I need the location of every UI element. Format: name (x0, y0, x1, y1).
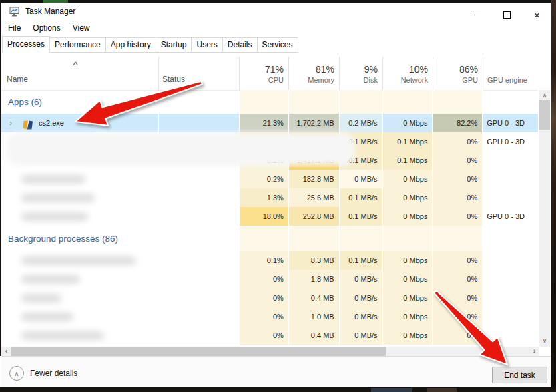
close-button[interactable]: × (522, 5, 552, 24)
process-row[interactable]: 0.1%8.3 MB0.1 MB/s0 Mbps0% (1, 251, 538, 270)
menu-item-file[interactable]: File (3, 22, 27, 35)
menu-item-options[interactable]: Options (27, 22, 67, 35)
usage-cell: 0.4 MB (289, 288, 340, 307)
usage-cell: 0 Mbps (383, 270, 433, 288)
usage-cell: 0% (433, 251, 483, 270)
window-title: Task Manager (25, 7, 75, 16)
column-header-status[interactable]: Status (162, 75, 185, 84)
status-cell (159, 170, 240, 188)
desktop: Task Manager × FileOptionsView Processes… (0, 0, 556, 392)
process-row[interactable]: 0.2%182.8 MB0 MB/s0 Mbps0% (1, 170, 538, 188)
group-engine-cell (483, 226, 538, 251)
scroll-left-icon[interactable]: ‹ (1, 347, 11, 356)
maximize-button[interactable] (492, 5, 522, 24)
redacted-process-name (21, 294, 61, 303)
process-row[interactable]: 1.3%25.6 MB0.1 MB/s0 Mbps0% (1, 188, 538, 207)
usage-cell: 1.0 MB (289, 307, 340, 326)
vertical-scrollbar[interactable]: ∧ ∨ (539, 90, 550, 347)
group-heat-cell (289, 226, 340, 251)
usage-cell: 0.4 MB (289, 326, 340, 345)
titlebar: Task Manager × (1, 3, 551, 21)
process-name: cs2.exe (39, 114, 64, 132)
maximize-icon (503, 11, 511, 19)
usage-cell: 0 Mbps (383, 288, 433, 307)
gpu-engine-cell (483, 151, 538, 170)
horizontal-scrollbar[interactable]: ‹ › (1, 347, 539, 356)
tab-startup[interactable]: Startup (156, 37, 192, 53)
usage-cell: 252.8 MB (289, 207, 340, 226)
tab-users[interactable]: Users (192, 37, 222, 53)
vertical-scrollbar-thumb[interactable] (539, 100, 550, 130)
status-cell (159, 326, 240, 345)
taskbar-fragment (427, 388, 457, 392)
process-name-cell (1, 326, 159, 345)
horizontal-scrollbar-thumb[interactable] (11, 347, 386, 356)
fewer-details-toggle[interactable]: ∧ Fewer details (9, 366, 77, 381)
usage-cell: 18.0% (240, 207, 289, 226)
process-row[interactable]: 0%1.0 MB0 MB/s0 Mbps0% (1, 307, 538, 326)
usage-cell: 0 MB/s (340, 307, 383, 326)
column-header-gpu-engine[interactable]: GPU engine (483, 57, 539, 90)
usage-cell: 0 Mbps (383, 170, 433, 188)
tab-processes[interactable]: Processes (2, 36, 50, 53)
process-row[interactable]: 18.0%252.8 MB0.1 MB/s0 Mbps0%GPU 0 - 3D (1, 207, 538, 226)
task-manager-icon (9, 7, 20, 17)
column-header-network[interactable]: 10%Network (382, 57, 433, 90)
usage-cell: 0% (240, 270, 289, 288)
usage-label: GPU (462, 75, 478, 85)
process-row-cs2-exe[interactable]: ›cs2.exe21.3%1,702.2 MB0.2 MB/s0 Mbps82.… (1, 114, 538, 132)
minimize-icon (474, 15, 481, 15)
usage-label: Disk (364, 75, 378, 85)
tab-details[interactable]: Details (223, 37, 258, 53)
process-row[interactable]: 0%1.8 MB0 MB/s0 Mbps0% (1, 270, 538, 288)
desktop-edge-top (0, 0, 556, 3)
column-header-gpu[interactable]: 86%GPU (433, 57, 483, 90)
tab-app-history[interactable]: App history (106, 37, 156, 53)
usage-percent: 9% (364, 64, 378, 75)
gpu-engine-cell (483, 326, 538, 345)
group-label: Apps (6) (1, 90, 240, 114)
group-heat-cell (433, 90, 483, 114)
usage-cell: 0.1 MB/s (340, 207, 383, 226)
menu-item-view[interactable]: View (67, 22, 97, 35)
column-header-memory[interactable]: 81%Memory (288, 57, 339, 90)
status-cell (159, 114, 240, 132)
desktop-edge-right (551, 0, 556, 392)
desktop-edge-green (43, 0, 68, 3)
close-icon: × (534, 9, 540, 21)
usage-cell: 0% (433, 307, 483, 326)
usage-cell: 0% (433, 132, 483, 151)
process-name-cell (1, 170, 159, 188)
group-heat-cell (289, 90, 340, 114)
fewer-details-label: Fewer details (30, 369, 77, 378)
process-row[interactable]: 0%0.4 MB0 MB/s0 Mbps0% (1, 288, 538, 307)
gpu-engine-cell (483, 307, 538, 326)
scroll-up-icon[interactable]: ∧ (539, 91, 550, 101)
redacted-process-name (21, 256, 136, 265)
status-cell (159, 270, 240, 288)
usage-cell: 1.8 MB (289, 270, 340, 288)
usage-cell: 0% (433, 326, 483, 345)
minimize-button[interactable] (462, 5, 492, 24)
column-header-cpu[interactable]: 71%CPU (239, 57, 288, 90)
end-task-button[interactable]: End task (492, 367, 547, 383)
group-header-apps[interactable]: Apps (6) (1, 90, 538, 114)
process-row[interactable]: 0%0.4 MB0 MB/s0 Mbps0% (1, 326, 538, 345)
column-header-name[interactable]: Name (7, 75, 28, 84)
usage-cell: 0% (433, 170, 483, 188)
process-table: Apps (6)›cs2.exe21.3%1,702.2 MB0.2 MB/s0… (1, 90, 538, 345)
tab-performance[interactable]: Performance (50, 37, 106, 53)
usage-cell: 0 Mbps (383, 326, 433, 345)
scroll-down-icon[interactable]: ∨ (539, 336, 550, 346)
gpu-engine-cell (483, 170, 538, 188)
group-header-background-processes[interactable]: Background processes (86) (1, 226, 538, 251)
usage-cell: 0.2 MB/s (340, 114, 383, 132)
usage-cell: 1.3% (240, 188, 289, 207)
usage-cell: 1,702.2 MB (289, 114, 340, 132)
gpu-engine-cell (483, 251, 538, 270)
scroll-right-icon[interactable]: › (529, 347, 539, 356)
tab-services[interactable]: Services (258, 37, 298, 53)
expand-chevron-icon[interactable]: › (9, 114, 12, 132)
status-cell (159, 207, 240, 226)
column-header-disk[interactable]: 9%Disk (339, 57, 382, 90)
